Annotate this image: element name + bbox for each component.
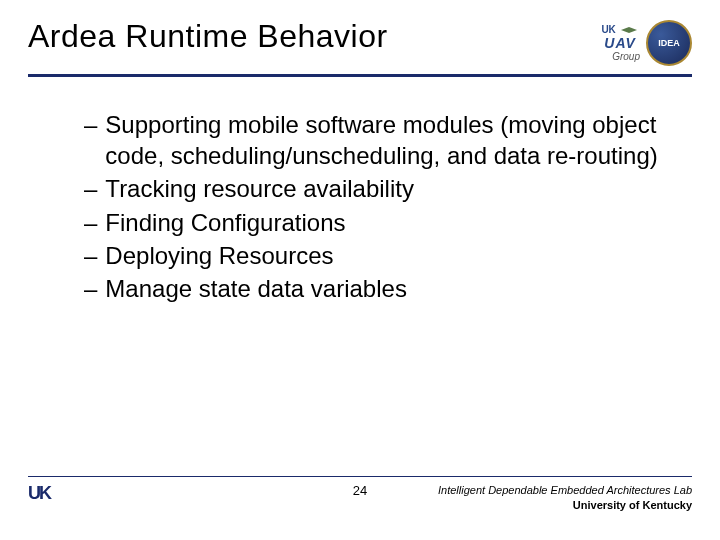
uav-plane-icon xyxy=(619,25,639,35)
bullet-dash: – xyxy=(84,240,97,271)
bullet-item: – Tracking resource availability xyxy=(84,173,672,204)
bullet-text: Supporting mobile software modules (movi… xyxy=(105,109,672,171)
bullet-text: Finding Configurations xyxy=(105,207,345,238)
bullet-text: Tracking resource availability xyxy=(105,173,414,204)
slide-footer: UK 24 Intelligent Dependable Embedded Ar… xyxy=(28,476,692,512)
uk-small-text: UK xyxy=(601,24,615,35)
university-name: University of Kentucky xyxy=(438,498,692,512)
bullet-item: – Finding Configurations xyxy=(84,207,672,238)
uk-logo: UK xyxy=(28,483,52,504)
slide-header: Ardea Runtime Behavior UK UAV Group IDEA xyxy=(0,0,720,66)
group-text: Group xyxy=(612,51,640,62)
lab-name: Intelligent Dependable Embedded Architec… xyxy=(438,483,692,497)
slide-content: – Supporting mobile software modules (mo… xyxy=(0,77,720,304)
uav-text: UAV xyxy=(604,35,636,51)
footer-divider xyxy=(28,476,692,477)
bullet-text: Manage state data variables xyxy=(105,273,407,304)
bullet-dash: – xyxy=(84,207,97,238)
page-number: 24 xyxy=(353,483,367,498)
idea-logo: IDEA xyxy=(646,20,692,66)
footer-attribution: Intelligent Dependable Embedded Architec… xyxy=(438,483,692,512)
uav-group-logo: UK UAV Group xyxy=(600,24,640,62)
bullet-text: Deploying Resources xyxy=(105,240,333,271)
header-logos: UK UAV Group IDEA xyxy=(600,18,692,66)
slide-title: Ardea Runtime Behavior xyxy=(28,18,388,55)
bullet-item: – Deploying Resources xyxy=(84,240,672,271)
bullet-dash: – xyxy=(84,173,97,204)
bullet-item: – Supporting mobile software modules (mo… xyxy=(84,109,672,171)
bullet-dash: – xyxy=(84,109,97,140)
bullet-dash: – xyxy=(84,273,97,304)
bullet-item: – Manage state data variables xyxy=(84,273,672,304)
